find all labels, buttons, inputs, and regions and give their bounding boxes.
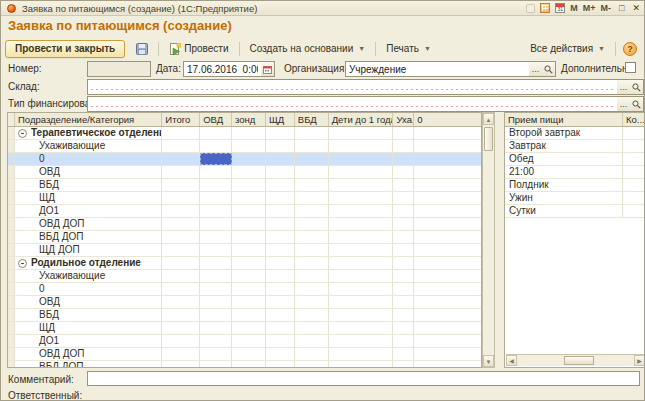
value-cell[interactable]	[200, 309, 232, 321]
meal-row[interactable]: Сутки	[505, 205, 645, 218]
value-cell[interactable]	[295, 270, 329, 282]
department-name-cell[interactable]: Ухаживающие	[15, 270, 162, 282]
value-cell[interactable]	[232, 283, 266, 295]
value-cell[interactable]	[393, 309, 414, 321]
department-name-cell[interactable]: ОВД ДОП	[15, 348, 162, 360]
value-cell[interactable]	[266, 335, 295, 347]
department-name-cell[interactable]: Ухаживающие	[15, 140, 162, 152]
comment-input[interactable]	[87, 371, 640, 386]
value-cell[interactable]	[162, 205, 200, 217]
vscroll-thumb[interactable]	[484, 127, 493, 151]
department-row[interactable]: ОВД ДОП	[8, 218, 481, 231]
value-cell[interactable]	[414, 322, 481, 334]
department-row[interactable]: 0	[8, 283, 481, 296]
value-cell[interactable]	[232, 140, 266, 152]
value-cell[interactable]	[232, 179, 266, 191]
value-cell[interactable]	[232, 153, 266, 165]
organization-lookup-button[interactable]: ...	[529, 61, 543, 77]
value-cell[interactable]	[393, 166, 414, 178]
value-cell[interactable]	[232, 361, 266, 368]
calendar-icon[interactable]: 31	[555, 3, 565, 13]
department-name-cell[interactable]: Родильное отделение	[15, 257, 162, 269]
value-cell[interactable]	[329, 309, 394, 321]
value-cell[interactable]	[393, 140, 414, 152]
department-name-cell[interactable]: ЩД	[15, 192, 162, 204]
scroll-right-icon[interactable]: ▶	[634, 355, 645, 366]
value-cell[interactable]	[393, 218, 414, 230]
value-cell[interactable]	[162, 153, 200, 165]
financing-type-lookup-button[interactable]: ...	[617, 96, 631, 112]
number-input[interactable]	[87, 61, 151, 77]
value-cell[interactable]	[232, 322, 266, 334]
value-cell[interactable]	[232, 348, 266, 360]
meal-count-cell[interactable]	[623, 205, 645, 217]
active-cell[interactable]	[200, 153, 232, 165]
value-cell[interactable]	[232, 296, 266, 308]
value-cell[interactable]	[232, 335, 266, 347]
department-group-row[interactable]: Родильное отделение	[8, 257, 481, 270]
value-cell[interactable]	[393, 335, 414, 347]
value-cell[interactable]	[295, 192, 329, 204]
value-cell[interactable]	[266, 192, 295, 204]
department-row[interactable]: ОВД	[8, 166, 481, 179]
value-cell[interactable]	[329, 179, 394, 191]
value-cell[interactable]	[329, 257, 394, 269]
warehouse-input[interactable]	[87, 79, 618, 95]
value-cell[interactable]	[329, 231, 394, 243]
value-cell[interactable]	[329, 283, 394, 295]
department-name-cell[interactable]: ДО1	[15, 335, 162, 347]
warehouse-search-button[interactable]	[630, 79, 644, 95]
value-cell[interactable]	[162, 192, 200, 204]
meal-name-cell[interactable]: Сутки	[505, 205, 623, 217]
value-cell[interactable]	[232, 257, 266, 269]
value-cell[interactable]	[162, 127, 200, 139]
value-cell[interactable]	[200, 192, 232, 204]
print-button[interactable]: Печать ▼	[380, 40, 437, 58]
hscroll-thumb[interactable]	[564, 356, 594, 365]
all-actions-button[interactable]: Все действия ▼	[524, 40, 611, 58]
value-cell[interactable]	[162, 296, 200, 308]
meal-count-cell[interactable]	[623, 127, 645, 139]
value-cell[interactable]	[329, 296, 394, 308]
department-row[interactable]: 0	[8, 153, 481, 166]
collapse-icon[interactable]	[18, 259, 27, 268]
value-cell[interactable]	[414, 335, 481, 347]
value-cell[interactable]	[414, 283, 481, 295]
value-cell[interactable]	[266, 309, 295, 321]
value-cell[interactable]	[295, 309, 329, 321]
value-cell[interactable]	[200, 257, 232, 269]
column-header-department[interactable]: Подразделение/Категория	[15, 113, 162, 126]
value-cell[interactable]	[414, 166, 481, 178]
value-cell[interactable]	[266, 244, 295, 256]
department-name-cell[interactable]: ВБД	[15, 309, 162, 321]
department-row[interactable]: ВБД	[8, 309, 481, 322]
value-cell[interactable]	[295, 361, 329, 368]
value-cell[interactable]	[295, 153, 329, 165]
value-cell[interactable]	[393, 192, 414, 204]
column-header-zond[interactable]: зонд	[232, 113, 266, 126]
value-cell[interactable]	[295, 335, 329, 347]
column-header-uha[interactable]: Уха...	[393, 113, 414, 126]
memory-recall-button[interactable]: M	[570, 3, 578, 13]
meal-count-cell[interactable]	[623, 192, 645, 204]
meal-name-cell[interactable]: Полдник	[505, 179, 623, 191]
meal-count-cell[interactable]	[623, 179, 645, 191]
department-table[interactable]: Подразделение/Категория Итого ОВД зонд Щ…	[7, 112, 482, 368]
meal-count-cell[interactable]	[623, 153, 645, 165]
meal-row[interactable]: 21:00	[505, 166, 645, 179]
value-cell[interactable]	[295, 179, 329, 191]
value-cell[interactable]	[232, 231, 266, 243]
value-cell[interactable]	[295, 140, 329, 152]
value-cell[interactable]	[393, 270, 414, 282]
value-cell[interactable]	[232, 205, 266, 217]
value-cell[interactable]	[295, 127, 329, 139]
scroll-down-icon[interactable]: ▼	[483, 355, 494, 367]
department-row[interactable]: ДО1	[8, 335, 481, 348]
meal-name-cell[interactable]: Обед	[505, 153, 623, 165]
value-cell[interactable]	[162, 361, 200, 368]
value-cell[interactable]	[266, 140, 295, 152]
department-name-cell[interactable]: ОВД ДОП	[15, 218, 162, 230]
value-cell[interactable]	[162, 166, 200, 178]
value-cell[interactable]	[295, 231, 329, 243]
value-cell[interactable]	[393, 179, 414, 191]
